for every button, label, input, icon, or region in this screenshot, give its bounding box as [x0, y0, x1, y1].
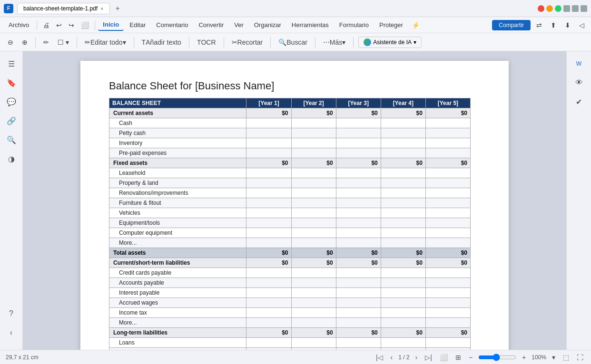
title-bar: F balance-sheet-template-1.pdf × + — [0, 0, 591, 17]
document-title: Balance Sheet for [Business Name] — [109, 80, 471, 92]
section-longterm-liabilities: Long-term liabilities $0 $0 $0 $0 $0 — [109, 328, 471, 338]
item-accounts-payable-y2 — [291, 278, 336, 288]
ocr-button[interactable]: T OCR — [194, 37, 219, 48]
right-sidebar-icon3[interactable]: ✔ — [571, 94, 587, 109]
shapes-button[interactable]: ☐ ▾ — [55, 37, 72, 48]
win-action2-btn[interactable] — [572, 5, 579, 12]
more-button[interactable]: ⋯ Más ▾ — [320, 37, 348, 48]
tab-close-btn[interactable]: × — [100, 6, 103, 11]
toolbar-upload[interactable]: ⬆ — [548, 20, 559, 30]
search-button[interactable]: 🔍 Buscar — [276, 37, 310, 48]
item-inventory-y3 — [336, 138, 381, 148]
header-label: BALANCE SHEET — [109, 98, 246, 108]
tab-item[interactable]: balance-sheet-template-1.pdf × — [17, 3, 110, 14]
sidebar-prev-page-icon[interactable]: ‹ — [4, 325, 19, 340]
item-equipment-y3 — [336, 218, 381, 228]
section-fixed-assets-y4: $0 — [381, 158, 425, 168]
item-more-current-y2 — [291, 318, 336, 328]
zoom-out-button[interactable]: ⊖ — [5, 37, 16, 48]
toolbar-sep-4 — [189, 37, 189, 48]
item-cash-y5 — [425, 118, 470, 128]
toolbar-undo[interactable]: ↩ — [53, 20, 65, 30]
page-grid-toggle[interactable]: ⊞ — [453, 353, 463, 362]
section-current-liabilities-y2: $0 — [291, 258, 336, 268]
menu-archivo[interactable]: Archivo — [4, 19, 34, 30]
win-maximize-btn[interactable] — [555, 5, 561, 12]
zoom-in-button[interactable]: ⊕ — [19, 37, 30, 48]
new-tab-button[interactable]: + — [114, 4, 122, 13]
highlight-button[interactable]: ✏ — [40, 37, 52, 48]
zoom-slider[interactable] — [478, 354, 516, 361]
first-page-button[interactable]: |◁ — [374, 353, 385, 362]
fit-width-button[interactable]: ⬚ — [561, 353, 571, 362]
ai-assistant-button[interactable]: Asistente de IA ▾ — [358, 37, 422, 48]
item-property-land-y5 — [425, 178, 470, 188]
menu-organizar[interactable]: Organizar — [249, 19, 286, 30]
win-action3-btn[interactable] — [581, 5, 587, 12]
win-action1-btn[interactable] — [563, 5, 570, 12]
menu-comentario[interactable]: Comentario — [151, 19, 193, 30]
zoom-in-status-button[interactable]: + — [520, 353, 528, 362]
toolbar-redo[interactable]: ↪ — [66, 20, 77, 30]
add-text-button[interactable]: T Añadir texto — [139, 37, 184, 48]
sidebar-layers-icon[interactable]: ◑ — [4, 151, 19, 166]
toolbar-download[interactable]: ⬇ — [562, 20, 573, 30]
next-page-button[interactable]: › — [414, 353, 420, 362]
sidebar-help-icon[interactable]: ? — [4, 306, 19, 321]
item-interest-payable-y1 — [246, 288, 291, 298]
edit-all-button[interactable]: ✏ Editar todo ▾ — [82, 37, 129, 48]
sidebar-bookmark-icon[interactable]: 🔖 — [4, 75, 19, 90]
item-cash-y4 — [381, 118, 425, 128]
toolbar-lightning[interactable]: ⚡ — [409, 20, 423, 30]
win-close-btn[interactable] — [538, 5, 544, 12]
right-sidebar-icon2[interactable]: 👁 — [571, 75, 587, 90]
item-interest-payable-y5 — [425, 288, 470, 298]
item-credit-cards-y2 — [291, 268, 336, 278]
item-furniture-y5 — [425, 198, 470, 208]
item-furniture-y4 — [381, 198, 425, 208]
last-page-button[interactable]: ▷| — [423, 353, 434, 362]
section-fixed-assets-y1: $0 — [246, 158, 291, 168]
item-leasehold-y1 — [246, 168, 291, 178]
more-label: Más — [330, 38, 342, 46]
app-icon: F — [4, 4, 13, 13]
prev-page-button[interactable]: ‹ — [389, 353, 395, 362]
menu-editar[interactable]: Editar — [125, 19, 150, 30]
item-vehicles-label: Vehicles — [109, 208, 246, 218]
page-view-toggle[interactable]: ⬜ — [438, 353, 450, 362]
crop-button[interactable]: ✂ Recortar — [229, 37, 266, 48]
win-minimize-btn[interactable] — [546, 5, 553, 12]
menu-convertir[interactable]: Convertir — [194, 19, 228, 30]
fullscreen-button[interactable]: ⛶ — [575, 353, 585, 362]
toolbar-compare[interactable]: ⇄ — [533, 20, 545, 30]
section-fixed-assets-label: Fixed assets — [109, 158, 246, 168]
title-bar-right — [538, 5, 587, 12]
menu-formulario[interactable]: Formulario — [335, 19, 374, 30]
toolbar-collapse[interactable]: ◁ — [576, 20, 587, 30]
addtext-icon: T — [142, 38, 146, 46]
sidebar-comment-icon[interactable]: 💬 — [4, 94, 19, 109]
table-row: Inventory — [109, 138, 471, 148]
menu-ver[interactable]: Ver — [229, 19, 248, 30]
right-sidebar-icon1[interactable]: W — [571, 56, 587, 71]
table-row: Computer equipment — [109, 228, 471, 238]
main-layout: ☰ 🔖 💬 🔗 🔍 ◑ ? ‹ › Balance Sheet for [Bus… — [0, 51, 591, 364]
menu-proteger[interactable]: Proteger — [374, 19, 408, 30]
menu-inicio[interactable]: Inicio — [98, 19, 124, 31]
zoom-dropdown-button[interactable]: ▾ — [550, 353, 557, 362]
zoom-out-status-button[interactable]: − — [467, 353, 474, 362]
sidebar-search-icon[interactable]: 🔍 — [4, 132, 19, 147]
status-bar: 29,7 x 21 cm |◁ ‹ 1 / 2 › ▷| ⬜ ⊞ − + 100… — [0, 350, 591, 364]
item-renovations-y1 — [246, 188, 291, 198]
share-button[interactable]: Compartir — [492, 20, 531, 30]
toolbar-print[interactable]: 🖨 — [40, 20, 52, 30]
ai-icon — [364, 38, 371, 46]
toolbar-view[interactable]: ⬜ — [78, 20, 92, 30]
item-property-land-y3 — [336, 178, 381, 188]
menu-herramientas[interactable]: Herramientas — [287, 19, 334, 30]
sidebar-link-icon[interactable]: 🔗 — [4, 113, 19, 128]
pdf-area[interactable]: Balance Sheet for [Business Name] BALANC… — [23, 51, 566, 364]
item-loans-y4 — [381, 338, 425, 348]
section-longterm-liabilities-y4: $0 — [381, 328, 425, 338]
sidebar-pages-icon[interactable]: ☰ — [4, 56, 19, 71]
